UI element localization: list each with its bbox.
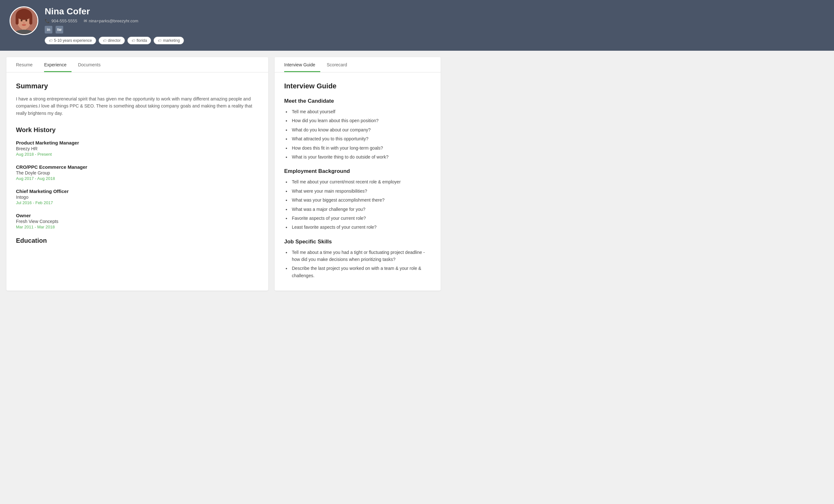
question-item: How did you learn about this open positi… (290, 117, 431, 124)
job-entry-1: Product Marketing Manager Breezy HR Aug … (16, 140, 259, 157)
job-title-4: Owner (16, 213, 259, 218)
job-title-2: CRO/PPC Ecommerce Manager (16, 164, 259, 170)
questions-meet: Tell me about yourself How did you learn… (284, 108, 431, 160)
phone-number: 904-555-5555 (51, 19, 77, 23)
main-container: Resume Experience Documents Summary I ha… (0, 51, 447, 297)
left-panel: Resume Experience Documents Summary I ha… (6, 57, 268, 291)
question-item: How does this fit in with your long-term… (290, 144, 431, 152)
tag-label: marketing (163, 38, 180, 43)
tag-icon: 🏷 (103, 39, 106, 42)
question-item: What attracted you to this opportunity? (290, 135, 431, 142)
svg-point-9 (22, 24, 26, 26)
right-tabs: Interview Guide Scorecard (275, 57, 441, 72)
tab-experience[interactable]: Experience (44, 57, 71, 72)
category-meet: Meet the Candidate (284, 98, 431, 104)
tab-resume[interactable]: Resume (16, 57, 38, 72)
question-item: Tell me about yourself (290, 108, 431, 115)
education-title: Education (16, 237, 259, 244)
contact-info: 📞 904-555-5555 ✉ nina+parks@breezyhr.com (45, 19, 184, 23)
svg-point-6 (21, 20, 23, 22)
avatar-image (10, 7, 37, 34)
tag-icon: 🏷 (158, 39, 161, 42)
linkedin-icon[interactable]: in (45, 26, 52, 33)
svg-rect-4 (16, 16, 19, 25)
job-entry-3: Chief Marketing Officer Intogo Jul 2016 … (16, 188, 259, 205)
question-item: Tell me about your current/most recent r… (290, 178, 431, 185)
email-address: nina+parks@breezyhr.com (89, 19, 138, 23)
question-item: Describe the last project you worked on … (290, 265, 431, 279)
social-links: in tw (45, 26, 184, 33)
job-title-1: Product Marketing Manager (16, 140, 259, 145)
tag-label: 5-10 years experience (54, 38, 92, 43)
job-dates-4: Mar 2011 - Mar 2018 (16, 225, 259, 229)
svg-point-8 (23, 22, 25, 23)
tab-documents[interactable]: Documents (78, 57, 106, 72)
tag-experience[interactable]: 🏷 5-10 years experience (45, 37, 96, 44)
phone-info: 📞 904-555-5555 (45, 19, 77, 23)
questions-employment: Tell me about your current/most recent r… (284, 178, 431, 231)
question-item: What do you know about our company? (290, 126, 431, 133)
candidate-name: Nina Cofer (45, 6, 184, 17)
job-company-4: Fresh View Concepts (16, 219, 259, 224)
question-item: Least favorite aspects of your current r… (290, 224, 431, 231)
svg-point-7 (25, 20, 27, 22)
job-company-2: The Doyle Group (16, 170, 259, 176)
question-item: Favorite aspects of your current role? (290, 215, 431, 222)
job-company-3: Intogo (16, 194, 259, 200)
interview-guide-title: Interview Guide (284, 82, 431, 90)
tag-icon: 🏷 (49, 39, 52, 42)
category-skills: Job Specific Skills (284, 238, 431, 245)
work-history-title: Work History (16, 126, 259, 134)
summary-title: Summary (16, 82, 259, 90)
job-entry-4: Owner Fresh View Concepts Mar 2011 - Mar… (16, 213, 259, 229)
job-dates-1: Aug 2018 - Present (16, 152, 259, 157)
question-item: What was your biggest accomplishment the… (290, 197, 431, 204)
question-item: What were your main responsibilities? (290, 188, 431, 194)
candidate-tags: 🏷 5-10 years experience 🏷 director 🏷 flo… (45, 37, 184, 44)
job-company-1: Breezy HR (16, 146, 259, 151)
tab-interview-guide[interactable]: Interview Guide (284, 57, 320, 72)
job-dates-2: Aug 2017 - Aug 2018 (16, 176, 259, 181)
left-panel-content: Summary I have a strong entrepreneurial … (6, 72, 268, 254)
summary-text: I have a strong entrepreneurial spirit t… (16, 95, 259, 117)
left-tabs: Resume Experience Documents (6, 57, 268, 72)
tag-director[interactable]: 🏷 director (98, 37, 125, 44)
tag-label: director (108, 38, 121, 43)
svg-rect-5 (29, 16, 32, 25)
avatar (9, 6, 38, 35)
job-entry-2: CRO/PPC Ecommerce Manager The Doyle Grou… (16, 164, 259, 181)
question-item: What is your favorite thing to do outsid… (290, 154, 431, 160)
questions-skills: Tell me about a time you had a tight or … (284, 249, 431, 279)
right-panel: Interview Guide Scorecard Interview Guid… (275, 57, 441, 291)
tag-marketing[interactable]: 🏷 marketing (154, 37, 184, 44)
tag-florida[interactable]: 🏷 florida (127, 37, 151, 44)
header-info: Nina Cofer 📞 904-555-5555 ✉ nina+parks@b… (45, 6, 184, 44)
tag-label: florida (137, 38, 147, 43)
question-item: Tell me about a time you had a tight or … (290, 249, 431, 263)
email-icon: ✉ (84, 19, 87, 23)
question-item: What was a major challenge for you? (290, 206, 431, 213)
right-panel-content: Interview Guide Meet the Candidate Tell … (275, 72, 441, 291)
tag-icon: 🏷 (132, 39, 135, 42)
category-employment: Employment Background (284, 168, 431, 175)
tab-scorecard[interactable]: Scorecard (327, 57, 352, 72)
twitter-icon[interactable]: tw (56, 26, 63, 33)
email-info: ✉ nina+parks@breezyhr.com (84, 19, 138, 23)
job-dates-3: Jul 2016 - Feb 2017 (16, 200, 259, 205)
page-header: Nina Cofer 📞 904-555-5555 ✉ nina+parks@b… (0, 0, 834, 51)
phone-icon: 📞 (45, 19, 50, 23)
job-title-3: Chief Marketing Officer (16, 188, 259, 194)
